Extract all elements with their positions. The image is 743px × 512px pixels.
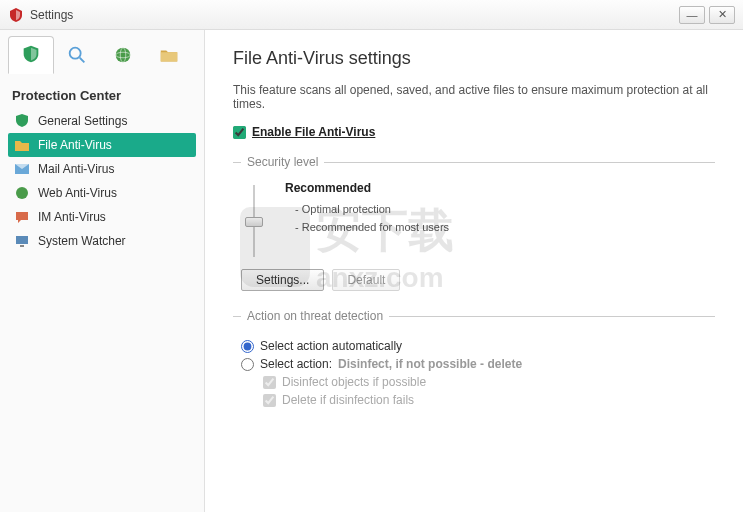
titlebar: Settings — ✕ (0, 0, 743, 30)
sidebar-item-system-watcher[interactable]: System Watcher (8, 229, 196, 253)
shield-icon (20, 44, 42, 66)
settings-button[interactable]: Settings... (241, 269, 324, 291)
svg-point-2 (116, 48, 131, 63)
shield-green-icon (14, 113, 30, 129)
sidebar-item-label: File Anti-Virus (38, 138, 112, 152)
svg-point-6 (16, 187, 28, 199)
security-level-group: Security level Recommended - Optimal pro… (233, 155, 715, 299)
tab-protection[interactable] (8, 36, 54, 74)
action-select-radio[interactable] (241, 358, 254, 371)
delete-label: Delete if disinfection fails (282, 393, 414, 407)
window-title: Settings (30, 8, 675, 22)
monitor-icon (14, 233, 30, 249)
close-button[interactable]: ✕ (709, 6, 735, 24)
sidebar-section-title: Protection Center (12, 88, 192, 103)
sidebar-item-file-av[interactable]: File Anti-Virus (8, 133, 196, 157)
default-button[interactable]: Default (332, 269, 400, 291)
sidebar-item-label: Mail Anti-Virus (38, 162, 114, 176)
app-icon (8, 7, 24, 23)
page-title: File Anti-Virus settings (233, 48, 715, 69)
sidebar: Protection Center General Settings File … (0, 30, 205, 512)
action-group: Action on threat detection Select action… (233, 309, 715, 415)
sidebar-item-web-av[interactable]: Web Anti-Virus (8, 181, 196, 205)
enable-checkbox[interactable] (233, 126, 246, 139)
svg-line-1 (80, 58, 85, 63)
sidebar-item-general[interactable]: General Settings (8, 109, 196, 133)
enable-label[interactable]: Enable File Anti-Virus (252, 125, 375, 139)
mail-icon (14, 161, 30, 177)
security-detail-2: - Recommended for most users (295, 219, 449, 237)
sidebar-item-label: General Settings (38, 114, 127, 128)
sidebar-item-label: IM Anti-Virus (38, 210, 106, 224)
action-select-hint: Disinfect, if not possible - delete (338, 357, 522, 371)
sidebar-item-label: Web Anti-Virus (38, 186, 117, 200)
minimize-button[interactable]: — (679, 6, 705, 24)
sidebar-item-mail-av[interactable]: Mail Anti-Virus (8, 157, 196, 181)
security-slider[interactable] (241, 181, 267, 261)
magnifier-icon (66, 44, 88, 66)
folder-yellow-icon (14, 137, 30, 153)
slider-thumb[interactable] (245, 217, 263, 227)
security-detail-1: - Optimal protection (295, 201, 449, 219)
svg-rect-8 (20, 245, 24, 247)
security-legend: Security level (241, 155, 324, 169)
tab-advanced[interactable] (146, 36, 192, 74)
chat-icon (14, 209, 30, 225)
svg-rect-7 (16, 236, 28, 244)
sidebar-item-label: System Watcher (38, 234, 126, 248)
disinfect-checkbox (263, 376, 276, 389)
globe-icon (112, 44, 134, 66)
delete-checkbox (263, 394, 276, 407)
disinfect-label: Disinfect objects if possible (282, 375, 426, 389)
main-panel: File Anti-Virus settings This feature sc… (205, 30, 743, 512)
sidebar-item-im-av[interactable]: IM Anti-Virus (8, 205, 196, 229)
action-auto-label: Select action automatically (260, 339, 402, 353)
security-level-name: Recommended (285, 181, 449, 195)
action-legend: Action on threat detection (241, 309, 389, 323)
folder-icon (158, 44, 180, 66)
action-auto-radio[interactable] (241, 340, 254, 353)
page-description: This feature scans all opened, saved, an… (233, 83, 715, 111)
tabstrip (8, 36, 196, 74)
action-select-label: Select action: (260, 357, 332, 371)
svg-point-0 (70, 48, 81, 59)
tab-scan[interactable] (54, 36, 100, 74)
globe-small-icon (14, 185, 30, 201)
tab-update[interactable] (100, 36, 146, 74)
